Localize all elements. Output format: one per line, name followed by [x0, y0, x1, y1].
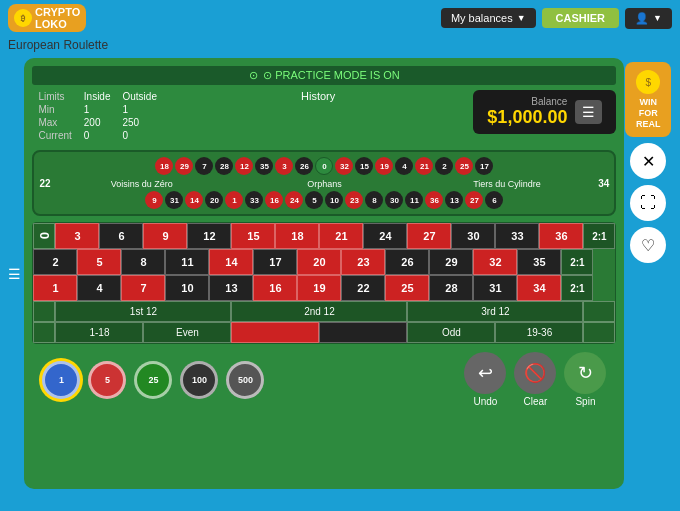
wheel-num-31[interactable]: 31 — [165, 191, 183, 209]
num-2[interactable]: 2 — [33, 249, 77, 275]
wheel-num-30[interactable]: 30 — [385, 191, 403, 209]
wheel-num-26[interactable]: 26 — [295, 157, 313, 175]
bet-odd[interactable]: Odd — [407, 322, 495, 343]
wheel-num-15[interactable]: 15 — [355, 157, 373, 175]
num-23[interactable]: 23 — [341, 249, 385, 275]
chip-25[interactable]: 25 — [134, 361, 172, 399]
chip-100[interactable]: 100 — [180, 361, 218, 399]
wheel-num-5[interactable]: 5 — [305, 191, 323, 209]
wheel-num-23[interactable]: 23 — [345, 191, 363, 209]
num-7[interactable]: 7 — [121, 275, 165, 301]
wheel-num-29[interactable]: 29 — [175, 157, 193, 175]
num-6[interactable]: 6 — [99, 223, 143, 249]
num-12[interactable]: 12 — [187, 223, 231, 249]
num-19[interactable]: 19 — [297, 275, 341, 301]
first-dozen[interactable]: 1st 12 — [55, 301, 231, 322]
num-11[interactable]: 11 — [165, 249, 209, 275]
num-14[interactable]: 14 — [209, 249, 253, 275]
wheel-num-18[interactable]: 18 — [155, 157, 173, 175]
menu-button[interactable]: ☰ — [575, 100, 602, 124]
wheel-num-4[interactable]: 4 — [395, 157, 413, 175]
clear-button[interactable]: 🚫 — [514, 352, 556, 394]
num-24[interactable]: 24 — [363, 223, 407, 249]
wheel-num-33[interactable]: 33 — [245, 191, 263, 209]
wheel-num-27[interactable]: 27 — [465, 191, 483, 209]
wheel-num-6[interactable]: 6 — [485, 191, 503, 209]
bet-1-18[interactable]: 1-18 — [55, 322, 143, 343]
wheel-num-8[interactable]: 8 — [365, 191, 383, 209]
third-dozen[interactable]: 3rd 12 — [407, 301, 583, 322]
wheel-num-11[interactable]: 11 — [405, 191, 423, 209]
num-1[interactable]: 1 — [33, 275, 77, 301]
num-8[interactable]: 8 — [121, 249, 165, 275]
num-25[interactable]: 25 — [385, 275, 429, 301]
num-27[interactable]: 27 — [407, 223, 451, 249]
wheel-num-3[interactable]: 3 — [275, 157, 293, 175]
outside-2to1-mid[interactable]: 2:1 — [561, 249, 593, 275]
num-30[interactable]: 30 — [451, 223, 495, 249]
num-35[interactable]: 35 — [517, 249, 561, 275]
wheel-num-17[interactable]: 17 — [475, 157, 493, 175]
num-29[interactable]: 29 — [429, 249, 473, 275]
my-balances-button[interactable]: My balances ▼ — [441, 8, 536, 28]
chip-5[interactable]: 5 — [88, 361, 126, 399]
wheel-num-32[interactable]: 32 — [335, 157, 353, 175]
outside-2to1-bot[interactable]: 2:1 — [561, 275, 593, 301]
num-16[interactable]: 16 — [253, 275, 297, 301]
zero-cell[interactable]: 0 — [33, 223, 55, 249]
wheel-num-36[interactable]: 36 — [425, 191, 443, 209]
undo-button[interactable]: ↩ — [464, 352, 506, 394]
num-9[interactable]: 9 — [143, 223, 187, 249]
num-28[interactable]: 28 — [429, 275, 473, 301]
wheel-num-25[interactable]: 25 — [455, 157, 473, 175]
expand-button[interactable]: ⛶ — [630, 185, 666, 221]
tiers-label[interactable]: Tiers du Cylindre — [416, 179, 599, 189]
num-13[interactable]: 13 — [209, 275, 253, 301]
num-22[interactable]: 22 — [341, 275, 385, 301]
wheel-num-35[interactable]: 35 — [255, 157, 273, 175]
num-33[interactable]: 33 — [495, 223, 539, 249]
close-button[interactable]: ✕ — [630, 143, 666, 179]
favorite-button[interactable]: ♡ — [630, 227, 666, 263]
voisins-label[interactable]: Voisins du Zéro — [51, 179, 234, 189]
outside-2to1-top[interactable]: 2:1 — [583, 223, 615, 249]
wheel-num-2[interactable]: 2 — [435, 157, 453, 175]
num-4[interactable]: 4 — [77, 275, 121, 301]
menu-icon[interactable]: ☰ — [8, 266, 24, 282]
bet-red[interactable] — [231, 322, 319, 343]
num-5[interactable]: 5 — [77, 249, 121, 275]
wheel-num-1[interactable]: 1 — [225, 191, 243, 209]
num-36[interactable]: 36 — [539, 223, 583, 249]
num-10[interactable]: 10 — [165, 275, 209, 301]
win-for-real-button[interactable]: $ WIN FOR REAL — [625, 62, 671, 137]
spin-button[interactable]: ↻ — [564, 352, 606, 394]
second-dozen[interactable]: 2nd 12 — [231, 301, 407, 322]
num-32[interactable]: 32 — [473, 249, 517, 275]
wheel-num-9[interactable]: 9 — [145, 191, 163, 209]
cashier-button[interactable]: CASHIER — [542, 8, 620, 28]
wheel-num-13[interactable]: 13 — [445, 191, 463, 209]
num-15[interactable]: 15 — [231, 223, 275, 249]
wheel-num-20[interactable]: 20 — [205, 191, 223, 209]
wheel-num-24[interactable]: 24 — [285, 191, 303, 209]
profile-button[interactable]: 👤 ▼ — [625, 8, 672, 29]
bet-19-36[interactable]: 19-36 — [495, 322, 583, 343]
wheel-num-19[interactable]: 19 — [375, 157, 393, 175]
num-26[interactable]: 26 — [385, 249, 429, 275]
wheel-num-28[interactable]: 28 — [215, 157, 233, 175]
num-21[interactable]: 21 — [319, 223, 363, 249]
chip-1[interactable]: 1 — [42, 361, 80, 399]
num-18[interactable]: 18 — [275, 223, 319, 249]
num-20[interactable]: 20 — [297, 249, 341, 275]
wheel-num-12[interactable]: 12 — [235, 157, 253, 175]
wheel-num-21[interactable]: 21 — [415, 157, 433, 175]
wheel-num-7[interactable]: 7 — [195, 157, 213, 175]
wheel-num-16[interactable]: 16 — [265, 191, 283, 209]
num-17[interactable]: 17 — [253, 249, 297, 275]
bet-even[interactable]: Even — [143, 322, 231, 343]
wheel-num-10[interactable]: 10 — [325, 191, 343, 209]
num-34[interactable]: 34 — [517, 275, 561, 301]
chip-500[interactable]: 500 — [226, 361, 264, 399]
orphans-label[interactable]: Orphans — [233, 179, 416, 189]
wheel-num-14[interactable]: 14 — [185, 191, 203, 209]
